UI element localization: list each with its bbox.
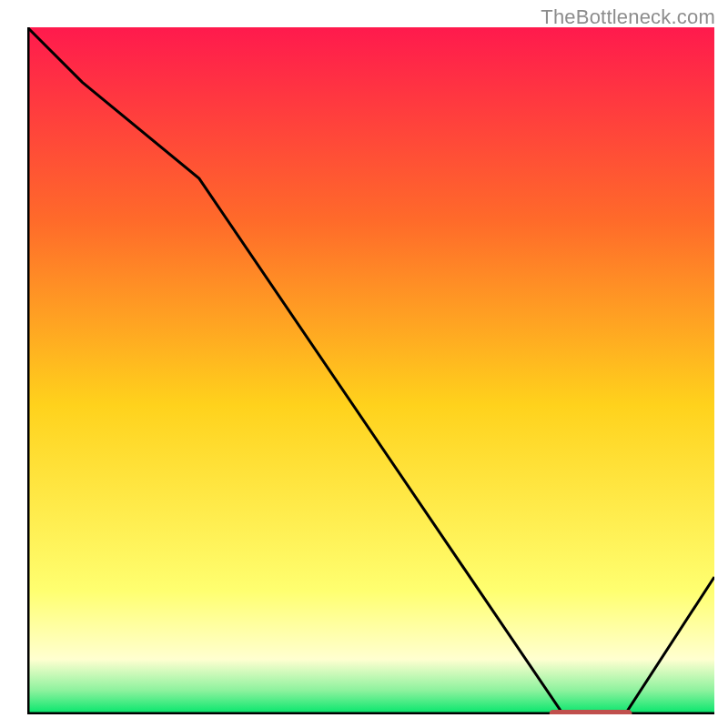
plateau-marker (550, 710, 632, 714)
gradient-background (27, 27, 714, 714)
watermark-text: TheBottleneck.com (541, 5, 715, 29)
chart-container: { "watermark": "TheBottleneck.com", "col… (0, 0, 728, 728)
chart-svg (27, 27, 714, 714)
plot-area (27, 27, 714, 714)
